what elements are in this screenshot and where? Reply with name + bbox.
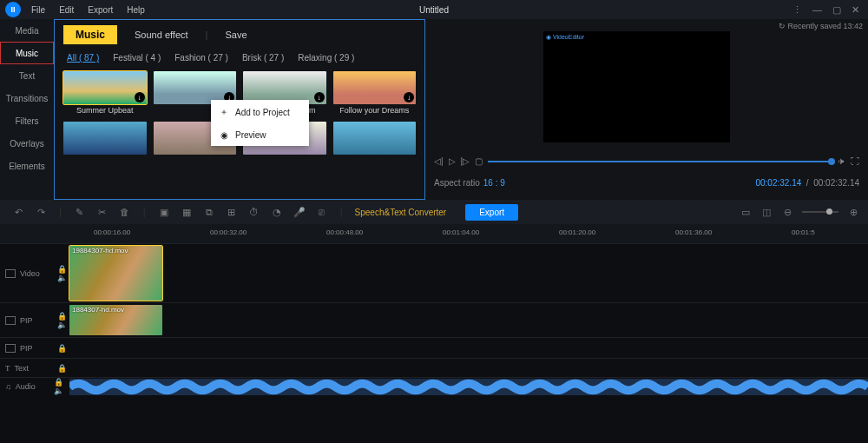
fit-icon[interactable]: ▭ xyxy=(740,206,752,218)
download-icon[interactable]: ↓ xyxy=(135,92,145,102)
window-minimize-icon[interactable]: — xyxy=(812,4,822,16)
music-item[interactable] xyxy=(63,122,147,155)
sidebar-item-elements[interactable]: Elements xyxy=(0,155,54,177)
sidebar-item-transitions[interactable]: Transitions xyxy=(0,87,54,109)
pip-lane-2[interactable] xyxy=(69,338,868,358)
music-label: Summer Upbeat xyxy=(63,104,147,115)
lock-icon[interactable]: 🔒 xyxy=(54,359,69,377)
audio-waveform[interactable] xyxy=(69,379,868,395)
sidebar-item-overlays[interactable]: Overlays xyxy=(0,132,54,155)
filter-festival[interactable]: Festival ( 4 ) xyxy=(113,53,161,63)
track-pip-2: PIP 🔒 xyxy=(0,337,868,358)
filter-all[interactable]: All ( 87 ) xyxy=(67,53,99,63)
lock-icon[interactable]: 🔒🔈 xyxy=(54,303,69,337)
titlebar: II File Edit Export Help Untitled ⋮ — ▢ … xyxy=(0,0,868,19)
menu-file[interactable]: File xyxy=(24,5,52,15)
filter-relaxing[interactable]: Relaxing ( 29 ) xyxy=(298,53,354,63)
library-panel: Music Sound effect | Save All ( 87 ) Fes… xyxy=(54,19,425,200)
eye-icon: ◉ xyxy=(220,130,228,140)
zoom-icon[interactable]: ⊞ xyxy=(226,206,238,218)
music-thumb xyxy=(333,122,417,155)
zoom-slider[interactable] xyxy=(802,211,838,213)
voice-icon[interactable]: 🎤 xyxy=(293,206,306,218)
speech-text-converter[interactable]: Speech&Text Converter xyxy=(355,208,447,217)
sidebar-item-music[interactable]: Music xyxy=(0,42,54,64)
volume-icon[interactable]: 🕩 xyxy=(837,156,845,166)
window-maximize-icon[interactable]: ▢ xyxy=(832,4,841,16)
window-close-icon[interactable]: ✕ xyxy=(852,4,859,16)
plus-icon: ＋ xyxy=(220,106,228,118)
music-label: Follow your Dreams xyxy=(333,104,417,115)
prev-frame-button[interactable]: ◁| xyxy=(434,156,444,166)
music-item[interactable]: ↓ Follow your Dreams xyxy=(333,71,417,115)
menu-export[interactable]: Export xyxy=(81,5,120,15)
ctx-add-to-project[interactable]: ＋Add to Project xyxy=(211,100,309,124)
music-thumb xyxy=(63,122,147,155)
speed-icon[interactable]: ◔ xyxy=(271,206,283,218)
redo-icon[interactable]: ↷ xyxy=(35,206,47,218)
current-time: 00:02:32.14 xyxy=(755,178,801,188)
context-menu: ＋Add to Project ◉Preview xyxy=(211,100,309,146)
timeline: 00:00:16.00 00:00:32.00 00:00:48.00 00:0… xyxy=(0,224,868,443)
time-ruler[interactable]: 00:00:16.00 00:00:32.00 00:00:48.00 00:0… xyxy=(0,224,868,243)
track-video: Video 🔒🔈 19884307-hd.mov xyxy=(0,243,868,302)
delete-icon[interactable]: 🗑 xyxy=(119,206,131,218)
audio-lane[interactable] xyxy=(69,378,868,394)
pip-lane[interactable]: 1884307-hd.mov xyxy=(69,303,868,337)
tab-music[interactable]: Music xyxy=(63,25,117,44)
tab-save[interactable]: Save xyxy=(225,30,247,40)
sidebar-item-media[interactable]: Media xyxy=(0,19,54,42)
freeze-icon[interactable]: ⧉ xyxy=(203,206,215,218)
mosaic-icon[interactable]: ▦ xyxy=(181,206,193,218)
download-icon[interactable]: ↓ xyxy=(404,92,414,102)
menu-help[interactable]: Help xyxy=(120,5,152,15)
duration-icon[interactable]: ⏱ xyxy=(248,206,260,218)
toolbar: ↶ ↷ | ✎ ✂ 🗑 | ▣ ▦ ⧉ ⊞ ⏱ ◔ 🎤 ⎚ | Speech&T… xyxy=(0,200,868,224)
preview-window[interactable]: ◉ VideoEditor xyxy=(543,31,730,142)
sidebar-item-text[interactable]: Text xyxy=(0,64,54,87)
sidebar-item-filters[interactable]: Filters xyxy=(0,109,54,132)
music-thumb: ↓ xyxy=(63,71,147,104)
preview-info: Aspect ratio16 : 9 00:02:32.14 / 00:02:3… xyxy=(434,178,859,188)
cut-icon[interactable]: ✂ xyxy=(96,206,108,218)
track-pip-1: PIP 🔒🔈 1884307-hd.mov xyxy=(0,302,868,337)
tab-sound-effect[interactable]: Sound effect xyxy=(135,30,188,40)
marker-icon[interactable]: ◫ xyxy=(760,206,773,218)
ctx-preview[interactable]: ◉Preview xyxy=(211,124,309,146)
video-clip[interactable]: 19884307-hd.mov xyxy=(69,246,162,301)
zoom-out-icon[interactable]: ⊖ xyxy=(781,206,793,218)
lock-icon[interactable]: 🔒🔈 xyxy=(54,378,69,394)
pip-track-icon xyxy=(5,316,16,325)
stop-button[interactable]: ▢ xyxy=(475,156,483,166)
record-icon[interactable]: ⎚ xyxy=(316,206,328,218)
window-title: Untitled xyxy=(419,5,449,15)
pip-track-icon xyxy=(5,344,16,353)
preview-watermark: ◉ VideoEditor xyxy=(543,31,730,43)
pip-clip[interactable]: 1884307-hd.mov xyxy=(69,305,162,335)
zoom-in-icon[interactable]: ⊕ xyxy=(847,206,859,218)
video-lane[interactable]: 19884307-hd.mov xyxy=(69,244,868,302)
select-icon[interactable]: ✎ xyxy=(74,206,86,218)
lock-icon[interactable]: 🔒🔈 xyxy=(54,244,69,302)
track-text: TText 🔒 xyxy=(0,358,868,377)
crop-icon[interactable]: ▣ xyxy=(158,206,170,218)
play-button[interactable]: ▷ xyxy=(449,156,456,166)
track-audio: ♫Audio 🔒🔈 xyxy=(0,377,868,394)
window-more-icon[interactable]: ⋮ xyxy=(792,4,802,16)
music-item[interactable]: ↓ Summer Upbeat xyxy=(63,71,147,115)
aspect-ratio[interactable]: 16 : 9 xyxy=(483,178,505,188)
music-item[interactable] xyxy=(333,122,417,155)
filter-brisk[interactable]: Brisk ( 27 ) xyxy=(242,53,284,63)
filter-fashion[interactable]: Fashion ( 27 ) xyxy=(174,53,228,63)
menu-edit[interactable]: Edit xyxy=(52,5,81,15)
recently-saved: ↻ Recently saved 13:42 xyxy=(779,22,863,30)
undo-icon[interactable]: ↶ xyxy=(12,206,24,218)
music-thumb: ↓ xyxy=(333,71,417,104)
next-frame-button[interactable]: |▷ xyxy=(461,156,470,166)
download-icon[interactable]: ↓ xyxy=(314,92,325,102)
export-button[interactable]: Export xyxy=(465,204,518,221)
fullscreen-icon[interactable]: ⛶ xyxy=(851,156,859,166)
lock-icon[interactable]: 🔒 xyxy=(54,338,69,358)
progress-bar[interactable] xyxy=(488,161,832,162)
text-lane[interactable] xyxy=(69,359,868,377)
